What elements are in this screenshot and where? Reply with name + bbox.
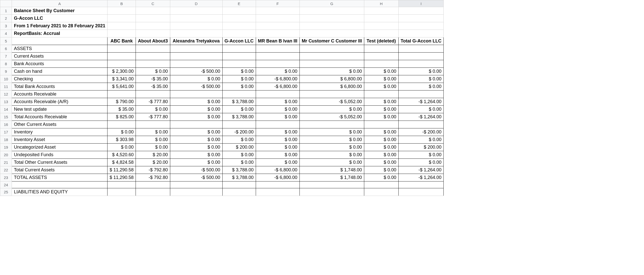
cell-G10[interactable]: $ 6,800.00: [299, 75, 364, 83]
row-header-3[interactable]: 3: [0, 22, 12, 30]
row-header-13[interactable]: 13: [0, 98, 12, 106]
cell-I4[interactable]: [398, 30, 444, 37]
cell-E1[interactable]: [222, 7, 256, 15]
spreadsheet[interactable]: A B C D E F G H I 1 Balance Sheet By Cus…: [0, 0, 444, 196]
cell-C2[interactable]: [136, 15, 170, 22]
row-header-11[interactable]: 11: [0, 83, 12, 90]
col-header-B[interactable]: B: [108, 0, 136, 7]
cell-F16[interactable]: [256, 121, 299, 128]
cell-C11[interactable]: -$ 35.00: [136, 83, 170, 90]
cell-B14[interactable]: $ 35.00: [108, 106, 136, 113]
cell-A7[interactable]: Current Assets: [12, 53, 108, 60]
cell-A21[interactable]: Total Other Current Assets: [12, 159, 108, 166]
cell-G19[interactable]: $ 0.00: [299, 144, 364, 151]
cell-E9[interactable]: $ 0.00: [222, 68, 256, 75]
cell-H19[interactable]: $ 0.00: [364, 144, 398, 151]
col-header-D[interactable]: D: [170, 0, 222, 7]
cell-A24[interactable]: [12, 181, 108, 188]
cell-E18[interactable]: $ 0.00: [222, 136, 256, 144]
cell-H23[interactable]: $ 0.00: [364, 174, 398, 181]
corner-cell[interactable]: [0, 0, 12, 7]
cell-H3[interactable]: [364, 22, 398, 30]
cell-F10[interactable]: -$ 6,800.00: [256, 75, 299, 83]
cell-H10[interactable]: $ 0.00: [364, 75, 398, 83]
cell-B1[interactable]: [108, 7, 136, 15]
cell-B4[interactable]: [108, 30, 136, 37]
cell-B17[interactable]: $ 0.00: [108, 128, 136, 136]
cell-D7[interactable]: [170, 53, 222, 60]
cell-H21[interactable]: $ 0.00: [364, 159, 398, 166]
cell-F7[interactable]: [256, 53, 299, 60]
col-header-E[interactable]: E: [222, 0, 256, 7]
cell-E5[interactable]: G-Accon LLC: [222, 37, 256, 45]
cell-I10[interactable]: $ 0.00: [398, 75, 444, 83]
cell-H14[interactable]: $ 0.00: [364, 106, 398, 113]
cell-G16[interactable]: [299, 121, 364, 128]
cell-G15[interactable]: -$ 5,052.00: [299, 113, 364, 121]
col-header-F[interactable]: F: [256, 0, 299, 7]
cell-F20[interactable]: $ 0.00: [256, 151, 299, 159]
row-header-25[interactable]: 25: [0, 188, 12, 196]
row-header-2[interactable]: 2: [0, 15, 12, 22]
cell-I2[interactable]: [398, 15, 444, 22]
cell-D21[interactable]: $ 0.00: [170, 159, 222, 166]
cell-H18[interactable]: $ 0.00: [364, 136, 398, 144]
cell-B20[interactable]: $ 4,520.60: [108, 151, 136, 159]
cell-G13[interactable]: -$ 5,052.00: [299, 98, 364, 106]
cell-A6[interactable]: ASSETS: [12, 45, 108, 53]
cell-D25[interactable]: [170, 188, 222, 196]
cell-E2[interactable]: [222, 15, 256, 22]
cell-E20[interactable]: $ 0.00: [222, 151, 256, 159]
cell-H4[interactable]: [364, 30, 398, 37]
cell-A25[interactable]: LIABILITIES AND EQUITY: [12, 188, 108, 196]
row-header-9[interactable]: 9: [0, 68, 12, 75]
cell-E15[interactable]: $ 3,788.00: [222, 113, 256, 121]
cell-I13[interactable]: -$ 1,264.00: [398, 98, 444, 106]
cell-F12[interactable]: [256, 90, 299, 98]
cell-I8[interactable]: [398, 60, 444, 68]
cell-E8[interactable]: [222, 60, 256, 68]
cell-G9[interactable]: $ 0.00: [299, 68, 364, 75]
cell-F9[interactable]: $ 0.00: [256, 68, 299, 75]
cell-H5[interactable]: Test (deleted): [364, 37, 398, 45]
cell-F1[interactable]: [256, 7, 299, 15]
cell-G17[interactable]: $ 0.00: [299, 128, 364, 136]
cell-A13[interactable]: Accounts Receivable (A/R): [12, 98, 108, 106]
cell-A16[interactable]: Other Current Assets: [12, 121, 108, 128]
cell-H22[interactable]: $ 0.00: [364, 166, 398, 174]
cell-F25[interactable]: [256, 188, 299, 196]
cell-C23[interactable]: -$ 792.80: [136, 174, 170, 181]
cell-C13[interactable]: -$ 777.80: [136, 98, 170, 106]
cell-H13[interactable]: $ 0.00: [364, 98, 398, 106]
cell-G7[interactable]: [299, 53, 364, 60]
cell-E10[interactable]: $ 0.00: [222, 75, 256, 83]
cell-G14[interactable]: $ 0.00: [299, 106, 364, 113]
cell-D6[interactable]: [170, 45, 222, 53]
cell-I20[interactable]: $ 0.00: [398, 151, 444, 159]
cell-I17[interactable]: -$ 200.00: [398, 128, 444, 136]
row-header-20[interactable]: 20: [0, 151, 12, 159]
cell-H20[interactable]: $ 0.00: [364, 151, 398, 159]
cell-D19[interactable]: $ 0.00: [170, 144, 222, 151]
cell-I16[interactable]: [398, 121, 444, 128]
cell-G3[interactable]: [299, 22, 364, 30]
cell-A15[interactable]: Total Accounts Receivable: [12, 113, 108, 121]
cell-C18[interactable]: $ 0.00: [136, 136, 170, 144]
cell-H9[interactable]: $ 0.00: [364, 68, 398, 75]
cell-D9[interactable]: -$ 500.00: [170, 68, 222, 75]
cell-F14[interactable]: $ 0.00: [256, 106, 299, 113]
cell-B8[interactable]: [108, 60, 136, 68]
col-header-I[interactable]: I: [398, 0, 444, 7]
col-header-C[interactable]: C: [136, 0, 170, 7]
cell-H2[interactable]: [364, 15, 398, 22]
cell-D8[interactable]: [170, 60, 222, 68]
cell-C19[interactable]: $ 0.00: [136, 144, 170, 151]
cell-I19[interactable]: $ 200.00: [398, 144, 444, 151]
cell-C15[interactable]: -$ 777.80: [136, 113, 170, 121]
cell-C6[interactable]: [136, 45, 170, 53]
cell-C12[interactable]: [136, 90, 170, 98]
cell-C20[interactable]: $ 20.00: [136, 151, 170, 159]
cell-B7[interactable]: [108, 53, 136, 60]
cell-F4[interactable]: [256, 30, 299, 37]
cell-G11[interactable]: $ 6,800.00: [299, 83, 364, 90]
